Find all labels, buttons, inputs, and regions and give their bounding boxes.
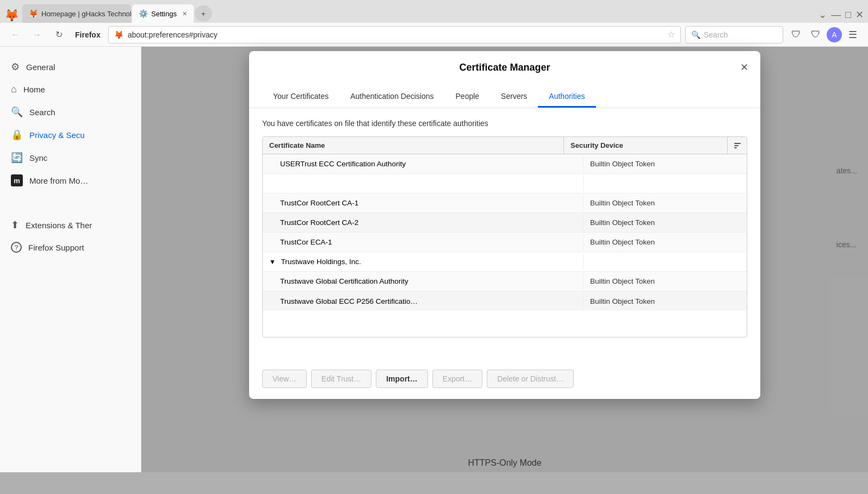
- browser-chrome: 🦊 🦊 Homepage | gHacks Technolog… ✕ ⚙️ Se…: [0, 0, 868, 47]
- dialog-description: You have certificates on file that ident…: [262, 119, 747, 128]
- export-button[interactable]: Export…: [432, 370, 482, 388]
- table-body[interactable]: USERTrust ECC Certification Authority Bu…: [263, 154, 747, 337]
- sidebar-privacy-label: Privacy & Secu: [29, 130, 85, 140]
- edit-trust-button[interactable]: Edit Trust…: [311, 370, 371, 388]
- tab-homepage[interactable]: 🦊 Homepage | gHacks Technolog… ✕: [22, 4, 131, 23]
- search-placeholder: Search: [704, 30, 728, 39]
- window-close-icon[interactable]: ✕: [855, 9, 864, 21]
- tab-authorities[interactable]: Authorities: [538, 86, 596, 108]
- tab-servers[interactable]: Servers: [490, 86, 538, 108]
- sidebar-item-privacy[interactable]: 🔒 Privacy & Secu: [0, 123, 141, 146]
- firefox-icon-small: 🦊: [114, 30, 123, 39]
- tab-settings-close[interactable]: ✕: [182, 10, 187, 17]
- content-area: ⚙ General ⌂ Home 🔍 Search 🔒 Privacy & Se…: [0, 47, 868, 472]
- cert-name-trustcor-2: TrustCor RootCert CA-2: [263, 214, 584, 231]
- toolbar-icons: 🛡 🛡 A ☰: [788, 26, 861, 43]
- address-text: about:preferences#privacy: [128, 30, 663, 39]
- search-bar[interactable]: 🔍 Search: [685, 26, 783, 43]
- sidebar-item-sync[interactable]: 🔄 Sync: [0, 146, 141, 169]
- dialog-footer: View… Edit Trust… Import… Export… Delete…: [249, 363, 760, 399]
- cert-name-trustwave-global: Trustwave Global Certification Authority: [263, 273, 584, 290]
- sidebar-item-home[interactable]: ⌂ Home: [0, 78, 141, 101]
- table-row[interactable]: Trustwave Global ECC P256 Certificatio… …: [263, 291, 747, 311]
- dialog-tabs: Your Certificates Authentication Decisio…: [249, 78, 760, 108]
- sidebar-item-general[interactable]: ⚙ General: [0, 55, 141, 78]
- table-row[interactable]: TrustCor RootCert CA-1 Builtin Object To…: [263, 193, 747, 213]
- table-row[interactable]: TrustCor ECA-1 Builtin Object Token: [263, 233, 747, 252]
- https-only-mode-label: HTTPS-Only Mode: [468, 458, 541, 468]
- cert-device-trustwave-global: Builtin Object Token: [584, 273, 747, 290]
- right-certs-label: ates...: [836, 166, 857, 175]
- column-header-security-device[interactable]: Security Device: [564, 137, 727, 154]
- sidebar-more-label: More from Mo…: [29, 176, 88, 185]
- cert-device-trustcor-eca: Builtin Object Token: [584, 234, 747, 251]
- page-background: Certificate Manager ✕ Your Certificates …: [141, 47, 868, 472]
- view-button[interactable]: View…: [262, 370, 307, 388]
- address-bar[interactable]: 🦊 about:preferences#privacy ☆: [108, 26, 681, 43]
- sidebar: ⚙ General ⌂ Home 🔍 Search 🔒 Privacy & Se…: [0, 47, 141, 472]
- expand-arrow-icon: ▼: [269, 258, 276, 266]
- cert-name-trustcor-eca: TrustCor ECA-1: [263, 234, 584, 251]
- back-button[interactable]: ←: [7, 26, 24, 43]
- svg-rect-1: [734, 145, 739, 146]
- svg-rect-0: [734, 143, 741, 144]
- import-button[interactable]: Import…: [376, 370, 428, 388]
- firefox-logo-icon: 🦊: [4, 9, 19, 23]
- cert-device-trustwave-ecc: Builtin Object Token: [584, 293, 747, 310]
- guard-icon[interactable]: 🛡: [807, 26, 824, 43]
- cert-name-trustcor-group: ▼ TrustCor Systems S. de R.L.: [263, 175, 584, 192]
- sort-icon[interactable]: [727, 137, 747, 154]
- table-row[interactable]: TrustCor RootCert CA-2 Builtin Object To…: [263, 213, 747, 233]
- sidebar-extensions-label: Extensions & Ther: [26, 221, 92, 230]
- right-ices-label: ices...: [836, 240, 857, 249]
- firefox-wordmark: Firefox: [75, 30, 101, 39]
- sidebar-item-more[interactable]: m More from Mo…: [0, 169, 141, 192]
- tab-authentication-decisions[interactable]: Authentication Decisions: [339, 86, 444, 108]
- window-minimize-icon[interactable]: —: [831, 9, 841, 21]
- tab-settings[interactable]: ⚙️ Settings ✕: [132, 4, 194, 23]
- certificate-manager-dialog: Certificate Manager ✕ Your Certificates …: [249, 51, 760, 399]
- dialog-close-button[interactable]: ✕: [736, 60, 752, 75]
- tab-homepage-icon: 🦊: [29, 9, 38, 18]
- table-row[interactable]: USERTrust ECC Certification Authority Bu…: [263, 154, 747, 174]
- bookmark-star-icon[interactable]: ☆: [667, 29, 675, 40]
- tab-people[interactable]: People: [445, 86, 491, 108]
- reload-button[interactable]: ↻: [50, 26, 67, 43]
- tab-your-certificates[interactable]: Your Certificates: [262, 86, 339, 108]
- column-header-cert-name[interactable]: Certificate Name: [263, 137, 564, 154]
- tab-settings-label: Settings: [151, 10, 177, 18]
- new-tab-button[interactable]: +: [195, 5, 212, 22]
- sidebar-home-label: Home: [23, 85, 45, 94]
- table-header: Certificate Name Security Device: [263, 137, 747, 154]
- cert-name-trustwave-group: ▼ Trustwave Holdings, Inc.: [263, 253, 584, 270]
- new-tab-icon: +: [201, 10, 206, 18]
- sidebar-item-search[interactable]: 🔍 Search: [0, 101, 141, 123]
- cert-device-trustcor-group: [584, 179, 747, 188]
- lock-icon: 🔒: [11, 129, 23, 141]
- home-icon: ⌂: [11, 84, 17, 95]
- avatar-icon[interactable]: A: [827, 27, 842, 42]
- forward-button[interactable]: →: [28, 26, 46, 43]
- sidebar-item-extensions[interactable]: ⬆ Extensions & Ther: [0, 214, 141, 236]
- dialog-header: Certificate Manager ✕: [249, 51, 760, 73]
- sidebar-item-support[interactable]: ? Firefox Support: [0, 236, 141, 258]
- cert-name-usertrust: USERTrust ECC Certification Authority: [263, 155, 584, 172]
- support-icon: ?: [11, 242, 22, 253]
- search-icon-sidebar: 🔍: [11, 106, 23, 118]
- shield-icon[interactable]: 🛡: [788, 26, 805, 43]
- window-maximize-icon[interactable]: □: [845, 9, 851, 21]
- cert-name-trustcor-1: TrustCor RootCert CA-1: [263, 195, 584, 211]
- table-row[interactable]: ▼ Trustwave Holdings, Inc.: [263, 252, 747, 272]
- table-row[interactable]: ▼ TrustCor Systems S. de R.L.: [263, 174, 747, 193]
- sync-icon: 🔄: [11, 152, 23, 164]
- cert-device-trustwave-group: [584, 258, 747, 266]
- extensions-icon: ⬆: [11, 219, 19, 231]
- delete-button[interactable]: Delete or Distrust…: [487, 370, 574, 388]
- tab-homepage-label: Homepage | gHacks Technolog…: [41, 10, 131, 18]
- menu-icon[interactable]: ☰: [844, 26, 861, 43]
- more-icon: m: [11, 174, 23, 186]
- cert-device-usertrust: Builtin Object Token: [584, 155, 747, 172]
- window-menu-icon[interactable]: ⌄: [819, 9, 827, 21]
- window-controls: ⌄ — □ ✕: [819, 9, 864, 23]
- table-row[interactable]: Trustwave Global Certification Authority…: [263, 272, 747, 291]
